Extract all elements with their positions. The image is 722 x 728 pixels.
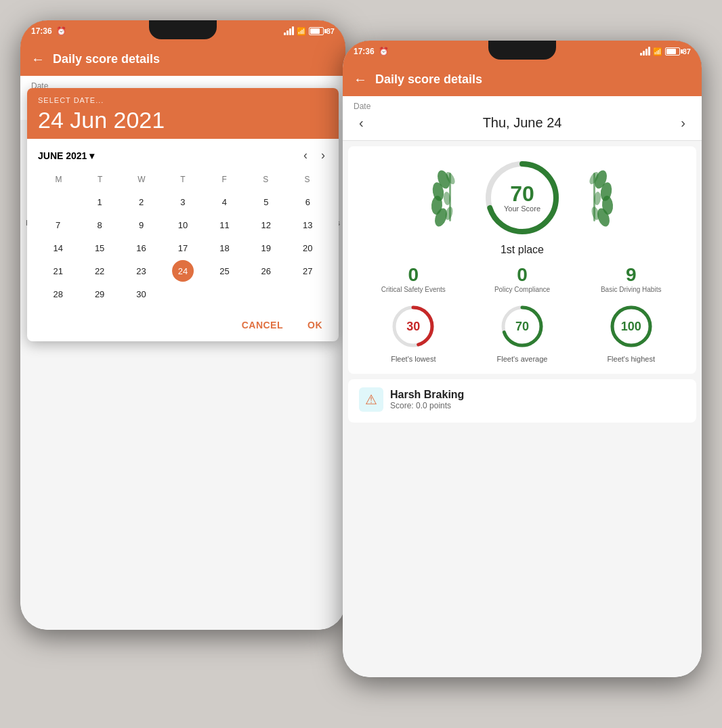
app-header-back: ← Daily score details (20, 42, 345, 76)
picker-dropdown-icon[interactable]: ▾ (89, 150, 94, 161)
cal-day-12[interactable]: 12 (255, 214, 277, 236)
cal-day-18[interactable]: 18 (213, 237, 235, 259)
fleet-highest-circle: 100 (607, 302, 656, 351)
time-back: 17:36 (31, 26, 52, 36)
page-title-back: Daily score details (53, 52, 160, 66)
fleet-average-number: 70 (515, 320, 529, 334)
cal-day-20[interactable]: 20 (297, 237, 318, 259)
weekday-s2: S (286, 172, 328, 187)
warning-icon: ⚠ (365, 391, 377, 408)
picker-next-month[interactable]: › (318, 146, 328, 165)
alarm-icon-back: ⏰ (56, 26, 66, 36)
basic-driving-value: 9 (576, 264, 685, 286)
cal-day-11[interactable]: 11 (213, 214, 235, 236)
back-phone: 17:36 ⏰ 📶 87 ← Daily score details (20, 20, 345, 630)
date-label-front: Date (354, 102, 691, 111)
cal-day-15[interactable]: 15 (89, 237, 110, 259)
date-next-front[interactable]: › (675, 112, 691, 133)
cal-day-6[interactable]: 6 (297, 191, 318, 213)
basic-driving-label: Basic Driving Habits (576, 286, 685, 294)
cal-day-10[interactable]: 10 (172, 214, 194, 236)
alarm-icon-front: ⏰ (379, 47, 389, 56)
battery-pct-back: 87 (326, 27, 335, 35)
picker-month-text: JUNE 2021 (38, 150, 87, 161)
cal-day-9[interactable]: 9 (131, 214, 152, 236)
fleet-lowest-number: 30 (406, 320, 420, 334)
cal-day-3[interactable]: 3 (172, 191, 194, 213)
cal-day-19[interactable]: 19 (255, 237, 277, 259)
cal-day-29[interactable]: 29 (89, 283, 110, 305)
calendar-grid: M T W T F S S 12345678910111213141516171… (38, 172, 328, 305)
harsh-braking-section: ⚠ Harsh Braking Score: 0.0 points (348, 379, 696, 423)
cal-day-27[interactable]: 27 (297, 260, 318, 282)
date-prev-front[interactable]: ‹ (354, 112, 369, 133)
cal-day-5[interactable]: 5 (255, 191, 277, 213)
cal-day-4[interactable]: 4 (213, 191, 235, 213)
harsh-braking-icon: ⚠ (359, 387, 383, 412)
cal-day-13[interactable]: 13 (297, 214, 318, 236)
page-title-front: Daily score details (375, 72, 482, 87)
fleet-lowest-label: Fleet's lowest (391, 355, 436, 363)
cal-day-empty (47, 191, 69, 213)
cal-day-23[interactable]: 23 (131, 260, 152, 282)
wifi-icon-front: 📶 (653, 47, 662, 56)
date-section-front: Date ‹ Thu, June 24 › (343, 96, 702, 141)
cal-day-14[interactable]: 14 (47, 237, 69, 259)
score-section-front: 70 Your Score (348, 146, 696, 374)
picker-select-label: SELECT DATE... (38, 96, 328, 104)
picker-cancel-button[interactable]: CANCEL (236, 317, 289, 333)
cal-day-21[interactable]: 21 (47, 260, 69, 282)
picker-month-label: JUNE 2021 ▾ (38, 150, 94, 161)
cal-day-25[interactable]: 25 (213, 260, 235, 282)
harsh-braking-title: Harsh Braking (390, 389, 464, 401)
time-front: 17:36 (354, 47, 375, 56)
fleet-highest-number: 100 (621, 320, 641, 334)
cal-day-22[interactable]: 22 (89, 260, 110, 282)
app-header-front: ← Daily score details (343, 62, 702, 96)
harsh-braking-score: Score: 0.0 points (390, 401, 464, 410)
fleet-lowest-circle: 30 (389, 302, 438, 351)
cal-day-24[interactable]: 24 (172, 260, 194, 282)
weekday-s1: S (245, 172, 286, 187)
fleet-highest-label: Fleet's highest (607, 355, 655, 363)
calendar-days[interactable]: 1234567891011121314151617181920212223242… (38, 191, 328, 305)
place-text: 1st place (501, 244, 544, 256)
fleet-average-circle: 70 (498, 302, 547, 351)
cal-day-2[interactable]: 2 (131, 191, 152, 213)
cal-day-8[interactable]: 8 (89, 214, 110, 236)
cal-day-16[interactable]: 16 (131, 237, 152, 259)
score-number: 70 (504, 183, 540, 205)
harsh-braking-header: ⚠ Harsh Braking Score: 0.0 points (359, 387, 685, 412)
date-picker-overlay[interactable]: SELECT DATE... 24 Jun 2021 JUNE 2021 ▾ ‹… (27, 88, 339, 341)
stat-basic-driving: 9 Basic Driving Habits (576, 264, 685, 294)
cal-day-26[interactable]: 26 (255, 260, 277, 282)
cal-day-7[interactable]: 7 (47, 214, 69, 236)
fleet-row-front: 30 Fleet's lowest 70 Flee (359, 302, 685, 363)
picker-date-big: 24 Jun 2021 (38, 107, 328, 133)
weekday-t2: T (162, 172, 203, 187)
battery-pct-front: 87 (683, 47, 691, 56)
notch (149, 20, 217, 39)
calendar-weekdays: M T W T F S S (38, 172, 328, 187)
laurel-left (430, 166, 471, 230)
picker-prev-month[interactable]: ‹ (301, 146, 310, 165)
policy-compliance-value: 0 (468, 264, 577, 286)
screen-content-front: Date ‹ Thu, June 24 › (343, 96, 702, 677)
screen-content-back: Date ‹ Thu, June 24 Sc Fleet' (20, 76, 345, 630)
score-row-front: 70 Your Score (430, 157, 614, 238)
laurel-right (574, 166, 614, 230)
date-value-front: Thu, June 24 (483, 115, 562, 131)
cal-day-30[interactable]: 30 (131, 283, 152, 305)
cal-day-28[interactable]: 28 (47, 283, 69, 305)
signal-icon-front (640, 47, 650, 56)
picker-ok-button[interactable]: OK (302, 317, 328, 333)
fleet-average-label: Fleet's average (497, 355, 548, 363)
cal-day-17[interactable]: 17 (172, 237, 194, 259)
picker-header: SELECT DATE... 24 Jun 2021 (27, 88, 339, 139)
cal-day-1[interactable]: 1 (89, 191, 110, 213)
back-button-front[interactable]: ← (354, 72, 367, 87)
weekday-m: M (38, 172, 79, 187)
notch-front (488, 41, 556, 60)
back-button-back[interactable]: ← (31, 51, 45, 67)
stats-row: 0 Critical Safety Events 0 Policy Compli… (359, 264, 685, 294)
